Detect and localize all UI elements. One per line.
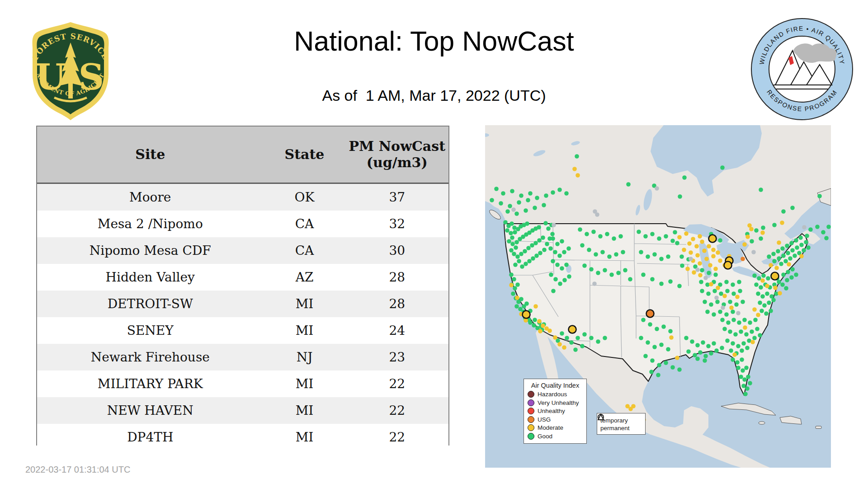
monitor-dot <box>746 375 750 379</box>
monitor-dot <box>751 250 756 254</box>
monitor-dot <box>699 280 703 284</box>
monitor-dot <box>799 254 804 258</box>
monitor-dot <box>788 256 793 261</box>
monitor-dot <box>512 277 516 282</box>
table-row: MooreOK37 <box>37 183 448 211</box>
puerto-rico <box>816 426 821 429</box>
monitor-dot <box>806 245 811 250</box>
monitor-dot <box>766 276 770 281</box>
monitor-dot <box>786 270 790 274</box>
top-site-marker <box>709 235 717 243</box>
monitor-dot <box>779 262 783 266</box>
monitor-dot <box>741 257 745 261</box>
monitor-dot <box>589 267 594 272</box>
aqi-legend-item: Very Unhealthy <box>528 399 583 406</box>
monitor-dot <box>769 309 773 313</box>
legend-label: permanent <box>600 425 630 432</box>
monitor-dot <box>709 302 713 307</box>
site-cell: SENEY <box>37 317 264 344</box>
monitor-dot <box>815 225 820 229</box>
top-site-marker <box>646 310 654 318</box>
monitor-dot <box>513 230 517 235</box>
monitor-dot <box>689 250 693 255</box>
state-cell: MI <box>264 317 346 344</box>
monitor-dot <box>499 201 503 206</box>
monitor-dot <box>544 193 548 198</box>
monitor-dot <box>537 225 541 230</box>
monitor-dot <box>701 340 705 345</box>
monitor-dot <box>748 381 752 385</box>
legend-label: temporary <box>600 417 628 424</box>
monitor-dot <box>772 259 777 263</box>
monitor-dot <box>753 318 758 322</box>
monitor-dot <box>551 190 555 195</box>
monitor-dot <box>533 206 537 210</box>
monitor-dot <box>790 248 795 253</box>
monitor-dot <box>541 235 545 240</box>
monitor-dot <box>725 338 730 343</box>
monitor-dot <box>745 235 750 239</box>
monitor-dot <box>513 286 517 291</box>
aqi-color-dot-icon <box>528 408 534 414</box>
monitor-dot <box>741 368 745 373</box>
monitor-dot <box>572 167 577 171</box>
aqi-legend-item: USG <box>528 416 583 423</box>
monitor-dot <box>759 285 763 290</box>
monitor-dot <box>731 341 735 346</box>
monitor-dot <box>527 259 532 263</box>
monitor-dot <box>509 283 514 287</box>
monitor-dot <box>750 340 755 344</box>
monitor-dot <box>689 257 693 261</box>
monitor-dot <box>542 203 546 207</box>
page-subtitle: As of 1 AM, Mar 17, 2022 (UTC) <box>136 87 732 104</box>
state-cell: MI <box>264 371 346 397</box>
monitor-dot <box>659 282 664 286</box>
monitor-dot <box>517 200 521 205</box>
monitor-dot <box>684 231 689 236</box>
monitor-dot <box>550 232 555 236</box>
monitor-dot <box>714 348 719 353</box>
monitor-dot <box>675 356 679 360</box>
monitor-dot <box>802 248 806 253</box>
monitor-dot <box>764 311 769 316</box>
monitor-dot <box>609 272 614 277</box>
monitor-dot <box>741 384 746 388</box>
monitor-dot <box>509 248 514 253</box>
monitor-dot <box>641 272 646 277</box>
monitor-dot <box>703 276 708 280</box>
monitor-dot <box>721 305 725 310</box>
monitor-dot <box>821 230 826 235</box>
monitor-dot <box>553 335 557 340</box>
monitor-dot <box>793 253 797 258</box>
jamaica <box>759 422 765 424</box>
monitor-dot <box>515 282 520 287</box>
state-cell: CA <box>264 211 346 237</box>
monitor-dot <box>785 278 789 282</box>
state-cell: AZ <box>264 264 346 291</box>
table-row: MILITARY PARKMI22 <box>37 371 448 397</box>
monitor-dot <box>714 296 719 300</box>
monitor-dot <box>780 246 785 251</box>
monitor-dot <box>555 263 560 267</box>
aqi-color-dot-icon <box>528 399 534 406</box>
table-row: NEW HAVENMI22 <box>37 397 448 424</box>
monitor-dot <box>519 193 524 198</box>
monitor-dot <box>733 332 738 337</box>
monitor-dot <box>490 198 494 202</box>
monitor-dot <box>773 286 778 290</box>
monitor-dot <box>652 345 657 349</box>
monitor-dot <box>785 244 789 248</box>
monitor-dot <box>713 272 718 277</box>
monitor-dot <box>553 277 558 282</box>
monitor-dot <box>735 360 740 365</box>
monitor-dot <box>567 274 571 279</box>
monitor-dot <box>580 243 585 248</box>
monitor-dot <box>541 324 545 328</box>
monitor-dot <box>787 262 791 267</box>
monitor-dot <box>750 329 754 334</box>
monitor-dot <box>754 282 759 287</box>
monitor-dot <box>719 291 723 296</box>
monitor-dot <box>535 196 539 200</box>
monitor-dot <box>695 267 700 272</box>
monitor-dot <box>743 392 748 396</box>
